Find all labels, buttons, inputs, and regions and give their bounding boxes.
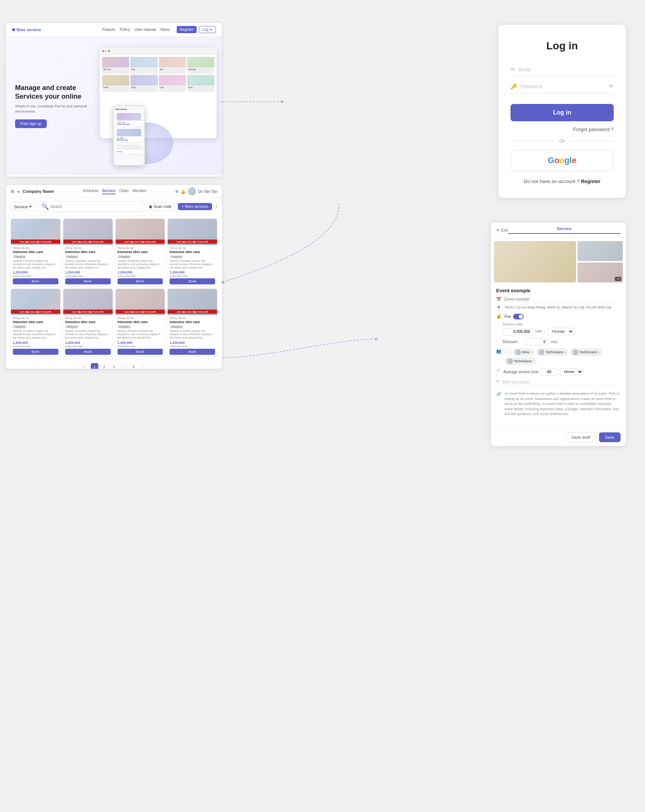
book-button-7[interactable]: Book (118, 349, 163, 355)
book-button-3[interactable]: Book (118, 278, 163, 284)
hero-title: Manage and create Services your online (15, 84, 90, 101)
remove-tech3-button[interactable]: × (533, 360, 535, 363)
free-signup-button[interactable]: Free sign up (15, 119, 47, 128)
save-button[interactable]: Save (599, 432, 621, 442)
register-button[interactable]: Register (177, 26, 197, 33)
avg-time-input[interactable] (541, 368, 558, 375)
service-card-status-3: Category (118, 255, 131, 258)
nav-news[interactable]: News (160, 27, 170, 32)
service-cost-input[interactable] (503, 328, 533, 335)
event-name-row: 📅 (496, 296, 621, 302)
clock-icon: ⏱ (496, 368, 500, 373)
share-icon[interactable]: ⤴ (215, 204, 217, 209)
register-link[interactable]: Register (581, 179, 601, 184)
dollar-icon: 💰 (496, 314, 501, 319)
service-card-status-1: Category (13, 255, 26, 258)
eye-icon[interactable]: 👁 (608, 83, 614, 89)
hero-text: Manage and create Services your online S… (15, 84, 90, 128)
address-text: 781/C1 C2 Le Hong Phong, Ward 12, Distri… (504, 305, 621, 309)
service-card-2: Làm đẹp toàn diện Fotona4D đhông vân lán… (63, 218, 113, 286)
service-card-body-5: đhông vân lán Intensive skin care Catego… (11, 315, 60, 356)
next-page-button[interactable]: → (140, 363, 147, 369)
book-button-1[interactable]: Book (13, 278, 58, 284)
forgot-password-link[interactable]: Forgot password ? (510, 127, 614, 132)
book-button-8[interactable]: Book (170, 349, 215, 355)
service-filter-dropdown[interactable]: Service ▾ (11, 202, 35, 211)
service-card-desc-8: Sydney, Australia's largest city, decide… (170, 329, 215, 339)
nav-member[interactable]: Member (133, 189, 147, 194)
service-card-image-8: Làm đẹp toàn diện Fotona4D (168, 289, 217, 315)
detail-photos: +5 (491, 238, 626, 285)
service-card-body-6: đhông vân lán Intensive skin care Catego… (63, 315, 113, 356)
nav-service-active[interactable]: Service (102, 189, 116, 194)
user-name: Do Van Tan (198, 189, 217, 194)
landing-hero: Manage and create Services your online S… (6, 37, 222, 175)
book-button-6[interactable]: Book (65, 349, 111, 355)
email-input[interactable] (519, 67, 614, 72)
scan-code-button[interactable]: ▣ Scan code (145, 203, 175, 211)
browser-dot-green (108, 50, 110, 52)
book-button-5[interactable]: Book (13, 349, 58, 355)
exit-button[interactable]: ✕ Exit (496, 228, 508, 233)
tech-avatar-2 (572, 349, 578, 355)
nav-user-manual[interactable]: User manual (135, 27, 156, 32)
fee-toggle[interactable] (513, 314, 524, 319)
package-select[interactable]: Package (548, 328, 574, 335)
page-2-button[interactable]: 2 (101, 363, 108, 369)
service-card-title-7: Intensive skin care (118, 320, 163, 324)
search-input[interactable] (50, 205, 139, 209)
page-5-button[interactable]: 5 (130, 363, 138, 369)
slash: / (544, 330, 546, 334)
event-name-input[interactable] (504, 296, 621, 302)
mock-card-3: Nail (159, 57, 186, 74)
fee-row: 💰 Fee (496, 314, 621, 319)
service-card-7: Làm đẹp toàn diện Fotona4D đhông vân lán… (115, 288, 165, 356)
google-login-button[interactable]: Google (510, 150, 614, 171)
page-1-button[interactable]: 1 (91, 363, 98, 369)
service-card-location-1: đhông vân lán (13, 247, 58, 249)
service-card-price-1: 1,200,000 (13, 270, 58, 274)
service-card-image-6: Làm đẹp toàn diện Fotona4D (63, 289, 113, 315)
add-technician-button[interactable]: + (504, 349, 511, 356)
detail-photo-thumb-2: +5 (578, 263, 623, 282)
nav-feature[interactable]: Feature (102, 27, 115, 32)
remove-mine-button[interactable]: × (531, 351, 533, 354)
service-card-body-4: đhông vân lán Intensive skin care Catego… (168, 245, 217, 286)
discount-input[interactable] (526, 338, 548, 345)
bell-icon[interactable]: 🔔 (181, 189, 185, 194)
nav-schedule[interactable]: Schedule (83, 189, 98, 194)
phone-mock-item-2: Tạo kiểu tóc 800,000 VND (116, 128, 142, 142)
service-card-title-3: Intensive skin care (118, 250, 163, 254)
save-draft-button[interactable]: Save draft (566, 432, 596, 442)
settings-icon[interactable]: ⚙ (175, 189, 179, 194)
book-button-2[interactable]: Book (65, 278, 111, 284)
page-3-button[interactable]: 3 (110, 363, 118, 369)
discount-container: Discount VND (503, 338, 621, 345)
browser-dot-yellow (105, 50, 107, 52)
service-card-price-2: 1,200,000 (65, 270, 111, 274)
service-card-banner-4: Làm đẹp toàn diện Fotona4D (168, 240, 217, 244)
login-submit-button[interactable]: Log in (510, 104, 614, 121)
remove-tech1-button[interactable]: × (564, 351, 566, 354)
login-button-sm[interactable]: Log in (199, 26, 216, 33)
service-card-banner-1: Làm đẹp toàn diện Fotona4D (11, 240, 60, 244)
password-icon: 🔑 (510, 83, 517, 89)
password-input[interactable] (521, 84, 605, 89)
service-nav: ⊞ ● Company Name Schedule Service Order … (6, 185, 222, 198)
nav-order[interactable]: Order (119, 189, 129, 194)
service-card-desc-4: Sydney, Australia's largest city, decide… (170, 259, 215, 269)
landing-nav: Nine service Feature Policy User manual … (6, 23, 222, 37)
technician-3: Technicians × (504, 357, 537, 365)
remove-tech2-button[interactable]: × (598, 351, 600, 354)
more-services-button[interactable]: + More services (178, 203, 212, 210)
book-button-4[interactable]: Book (170, 278, 215, 284)
hero-visual: Skin care Hair Nail Massage Facial Body … (90, 44, 213, 168)
nav-policy[interactable]: Policy (120, 27, 130, 32)
service-grid: Làm đẹp toàn diện Fotona4D đhông vân lán… (6, 215, 222, 360)
service-card-status-5: Category (13, 325, 26, 328)
service-detail-tab[interactable]: Service (508, 226, 621, 234)
prev-page-button[interactable]: ← (81, 363, 89, 369)
technicians-row: 👥 + Mine × Technicians × (496, 348, 621, 365)
brief-placeholder: Brief description (503, 379, 621, 386)
time-unit-select[interactable]: Minute (560, 368, 583, 375)
